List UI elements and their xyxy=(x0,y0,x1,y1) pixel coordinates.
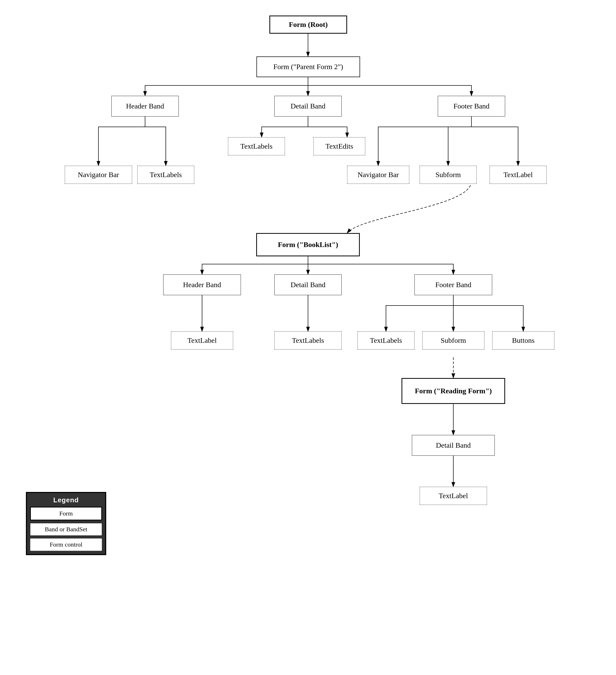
node-form-booklist: Form ("BookList") xyxy=(256,233,360,256)
node-detail-band-2: Detail Band xyxy=(274,275,342,295)
node-form-reading: Form ("Reading Form") xyxy=(402,378,505,404)
node-form-root: Form (Root) xyxy=(269,15,347,34)
legend-band-item: Band or BandSet xyxy=(30,523,102,536)
node-navigator-bar-2: Navigator Bar xyxy=(347,166,409,184)
legend-title: Legend xyxy=(30,496,102,504)
node-textlabels-1b: TextLabels xyxy=(137,166,194,184)
diagram-container: Form (Root) Form ("Parent Form 2") Heade… xyxy=(0,0,616,675)
node-textlabel-1: TextLabel xyxy=(490,166,547,184)
node-header-band-1: Header Band xyxy=(112,96,179,117)
node-header-band-2: Header Band xyxy=(163,275,241,295)
node-textlabels-2b: TextLabels xyxy=(357,331,414,350)
node-textlabels-2a: TextLabels xyxy=(274,331,342,350)
node-detail-band-3: Detail Band xyxy=(412,435,495,456)
node-navigator-bar-1: Navigator Bar xyxy=(65,166,132,184)
legend: Legend Form Band or BandSet Form control xyxy=(26,492,106,555)
node-form-parent2: Form ("Parent Form 2") xyxy=(257,57,360,77)
node-subform-1: Subform xyxy=(420,166,477,184)
node-subform-2: Subform xyxy=(422,331,484,350)
node-footer-band-2: Footer Band xyxy=(414,275,492,295)
node-textlabels-1a: TextLabels xyxy=(228,137,285,155)
node-textedits-1: TextEdits xyxy=(314,137,365,155)
node-textlabel-3: TextLabel xyxy=(420,487,487,505)
node-footer-band-1: Footer Band xyxy=(438,96,505,117)
node-buttons: Buttons xyxy=(492,331,554,350)
legend-control-item: Form control xyxy=(30,538,102,551)
node-detail-band-1: Detail Band xyxy=(274,96,342,117)
legend-form-item: Form xyxy=(30,507,102,520)
node-textlabel-2: TextLabel xyxy=(171,331,233,350)
